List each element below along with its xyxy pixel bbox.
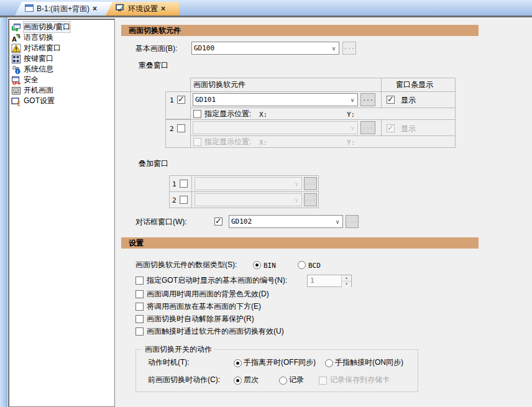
overlap-row1-device-value: GD101 bbox=[193, 94, 347, 106]
sidebar-item-label: 安全 bbox=[24, 75, 39, 85]
sidebar-item-label: 开机画面 bbox=[24, 85, 53, 96]
chevron-down-icon[interactable]: ∨ bbox=[332, 219, 342, 225]
timing-on-sync-radio[interactable] bbox=[325, 359, 333, 367]
data-type-bin-label: BIN bbox=[264, 261, 276, 270]
overlap-row2-display-label: 显示 bbox=[401, 124, 416, 134]
overlap-row2-num-cell: 2 bbox=[165, 119, 191, 148]
overlap-row1-windowbar-cell: 显示 bbox=[381, 91, 456, 108]
superimpose-row2-enable-checkbox[interactable] bbox=[180, 196, 188, 204]
overlap-row2-browse-button: ... bbox=[360, 121, 375, 134]
chevron-down-icon: ∨ bbox=[291, 181, 301, 187]
base-screen-combobox[interactable]: GD100 ∨ bbox=[191, 42, 339, 55]
close-icon[interactable]: × bbox=[161, 4, 165, 13]
sidebar-item-startup-screen[interactable]: 开机画面 bbox=[10, 85, 113, 96]
release-screensaver-checkbox[interactable] bbox=[135, 315, 144, 323]
spinner-up-icon[interactable]: ▲ bbox=[342, 275, 351, 281]
sidebar-item-system-info[interactable]: i 系统信息 bbox=[10, 64, 113, 75]
release-screensaver-label: 画面切换时自动解除屏幕保护(R) bbox=[147, 314, 254, 324]
superimpose-row1-enable-checkbox[interactable] bbox=[180, 180, 188, 188]
svg-text:i: i bbox=[17, 70, 18, 74]
timing-off-sync-radio[interactable] bbox=[234, 359, 242, 367]
start-screen-number-spinner: 1 ▲ ▼ bbox=[307, 275, 352, 287]
data-type-bin-radio[interactable] bbox=[253, 261, 261, 269]
timing-off-sync-label: 手指离开时(OFF同步) bbox=[244, 358, 316, 367]
bg-color-invalid-checkbox[interactable] bbox=[135, 290, 144, 298]
overlap-row2-enable-checkbox[interactable] bbox=[177, 124, 185, 132]
tab-environment-settings[interactable]: 环境设置 × bbox=[106, 2, 179, 16]
overlap-row2-position-checkbox bbox=[193, 138, 201, 146]
bg-color-invalid-label: 画面调用时调用画面的背景色无效(D) bbox=[147, 290, 269, 299]
overlap-row1-device-combobox[interactable]: GD101 ∨ bbox=[193, 93, 358, 106]
overlap-row1-num-cell: 1 bbox=[165, 91, 191, 119]
chevron-down-icon[interactable]: ∨ bbox=[347, 97, 357, 103]
got-settings-icon bbox=[11, 96, 21, 106]
spinner-down-icon[interactable]: ▼ bbox=[342, 281, 351, 287]
superimpose-window-label: 叠加窗口 bbox=[139, 159, 168, 168]
overlap-row1-position-cell: 指定显示位置: X: Y: bbox=[190, 107, 456, 120]
superimpose-row1-number: 1 bbox=[172, 180, 177, 189]
screen-switch-icon bbox=[11, 22, 21, 32]
touch-switch-enable-checkbox[interactable] bbox=[135, 327, 144, 336]
language-switch-icon: Aあ bbox=[11, 33, 21, 43]
base-screen-browse-button[interactable]: ... bbox=[342, 42, 356, 55]
data-type-label: 画面切换软元件的数据类型(S): bbox=[135, 260, 237, 270]
startup-screen-icon bbox=[11, 86, 21, 96]
dialog-window-combobox[interactable]: GD102 ∨ bbox=[229, 215, 343, 228]
overlap-row2-display-checkbox bbox=[387, 124, 395, 132]
svg-text:あ: あ bbox=[17, 34, 21, 38]
chevron-down-icon: ∨ bbox=[291, 197, 301, 203]
superimpose-row1-browse-button: ... bbox=[304, 177, 317, 190]
sidebar-item-language-switch[interactable]: Aあ 语言切换 bbox=[10, 32, 113, 43]
dialog-window-checkbox[interactable] bbox=[214, 217, 222, 226]
overlap-row2-position-cell: 指定显示位置: X: Y: bbox=[190, 135, 456, 148]
env-settings-icon bbox=[116, 4, 125, 14]
prev-action-hierarchy-radio[interactable] bbox=[234, 377, 242, 385]
sidebar-item-label: 系统信息 bbox=[24, 64, 53, 75]
system-info-icon: i bbox=[11, 65, 21, 75]
called-screen-below-label: 将调用画面放在基本画面的下方(E) bbox=[147, 302, 261, 311]
sidebar-item-dialog-window[interactable]: 对话框窗口 bbox=[10, 43, 113, 53]
base-screen-value: GD100 bbox=[192, 43, 329, 54]
sidebar-item-label: 语言切换 bbox=[24, 32, 53, 43]
tab-label: 环境设置 bbox=[128, 4, 158, 14]
section-header-settings: 设置 bbox=[121, 237, 479, 249]
dialog-window-browse-button[interactable]: ... bbox=[346, 215, 359, 228]
overlap-row2-windowbar-cell: 显示 bbox=[381, 119, 456, 136]
sidebar-item-label: 对话框窗口 bbox=[24, 43, 61, 53]
overlap-row1-display-checkbox[interactable] bbox=[387, 96, 395, 104]
key-window-icon bbox=[11, 54, 21, 64]
data-type-bcd-radio[interactable] bbox=[298, 261, 306, 269]
prev-action-record-radio[interactable] bbox=[279, 377, 287, 385]
called-screen-below-checkbox[interactable] bbox=[135, 303, 144, 311]
overlap-row1-display-label: 显示 bbox=[401, 96, 416, 105]
overlap-row1-position-checkbox[interactable] bbox=[193, 110, 201, 118]
timing-on-sync-label: 手指触摸时(ON同步) bbox=[335, 358, 403, 367]
overlap-row1-x-label: X: bbox=[259, 110, 267, 119]
tab-label: B-1:(前面+背面) bbox=[37, 4, 89, 14]
action-timing-label: 动作时机(T): bbox=[148, 358, 190, 367]
overlap-row1-browse-button[interactable]: ... bbox=[360, 93, 375, 106]
chevron-down-icon[interactable]: ∨ bbox=[329, 45, 339, 52]
prev-action-record-label: 记录 bbox=[289, 375, 304, 385]
overlap-col-windowbar-header: 窗口条显示 bbox=[381, 78, 456, 92]
dialog-window-value: GD102 bbox=[229, 216, 332, 227]
prev-screen-action-label: 前画面切换时动作(C): bbox=[148, 375, 220, 385]
start-screen-number-checkbox[interactable] bbox=[135, 277, 144, 285]
close-icon[interactable]: × bbox=[93, 4, 97, 13]
overlap-row1-enable-checkbox[interactable] bbox=[177, 96, 185, 104]
docked-panel-strip[interactable] bbox=[0, 17, 7, 407]
sidebar-item-got-settings[interactable]: GOT设置 bbox=[10, 96, 113, 106]
data-type-bcd-label: BCD bbox=[308, 261, 321, 270]
sidebar-item-key-window[interactable]: 按键窗口 bbox=[10, 53, 113, 64]
overlap-row2-device-combobox: ∨ bbox=[193, 121, 358, 134]
overlap-row1-position-label: 指定显示位置: bbox=[204, 109, 251, 119]
overlap-row2-position-label: 指定显示位置: bbox=[204, 137, 251, 147]
dialog-window-label: 对话框窗口(W): bbox=[135, 217, 187, 227]
document-tabbar: B-1:(前面+背面) × 环境设置 × bbox=[0, 0, 532, 17]
sidebar-item-security[interactable]: 安全 bbox=[10, 75, 113, 85]
prev-action-hierarchy-label: 层次 bbox=[244, 375, 259, 385]
switch-action-group-title: 画面切换开关的动作 bbox=[142, 344, 214, 355]
sidebar-item-screen-switch-window[interactable]: 画面切换/窗口 bbox=[10, 22, 113, 32]
superimpose-row2-number: 2 bbox=[172, 196, 177, 205]
window-icon bbox=[25, 4, 34, 14]
